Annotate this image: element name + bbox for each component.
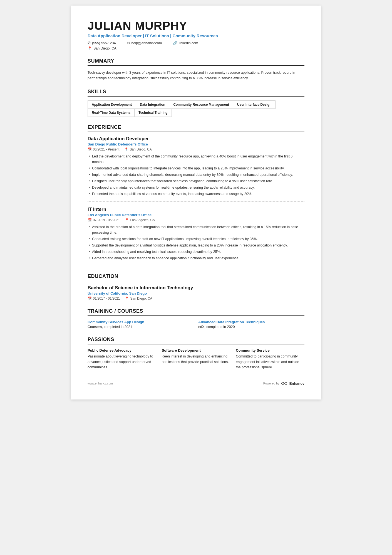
skills-grid: Application DevelopmentData IntegrationC…	[88, 100, 304, 117]
passion-title: Public Defense Advocacy	[88, 348, 156, 352]
passion-title: Software Development	[162, 348, 230, 352]
job-date-item: 📅 07/2019 - 05/2021	[88, 218, 120, 222]
calendar-icon: 📅	[88, 297, 92, 300]
location-icon2: 📍	[125, 297, 129, 300]
location-row: 📍 San Diego, CA	[88, 46, 304, 50]
bullet-item: Led the development and deployment of th…	[88, 154, 304, 165]
email-icon: ✉	[127, 41, 130, 45]
powered-by-label: Powered by	[263, 382, 279, 385]
job-block: Data Application Developer San Diego Pub…	[88, 136, 304, 202]
footer: www.enhancv.com Powered by Enhancv	[88, 381, 304, 386]
training-provider: Coursera, completed in 2021	[88, 325, 194, 329]
job-location: Los Angeles, CA	[130, 218, 155, 222]
edu-date: 01/2017 - 01/2021	[93, 297, 120, 300]
bullet-item: Conducted training sessions for staff on…	[88, 236, 304, 242]
experience-section: EXPERIENCE Data Application Developer Sa…	[88, 124, 304, 266]
jobs-container: Data Application Developer San Diego Pub…	[88, 136, 304, 266]
experience-title: EXPERIENCE	[88, 124, 304, 132]
candidate-name: JULIAN MURPHY	[88, 19, 304, 32]
bullet-item: Designed user-friendly app interfaces th…	[88, 178, 304, 184]
enhancv-logo: Enhancv	[281, 381, 304, 386]
passion-item: Public Defense Advocacy Passionate about…	[88, 348, 156, 370]
passions-title: PASSIONS	[88, 337, 304, 344]
training-item: Advanced Data Integration Techniques edX…	[198, 320, 304, 329]
bullet-item: Implemented advanced data-sharing channe…	[88, 172, 304, 177]
training-section: TRAINING / COURSES Community Services Ap…	[88, 308, 304, 329]
summary-title: SUMMARY	[88, 58, 304, 66]
bullet-item: Assisted in the creation of a data integ…	[88, 224, 304, 235]
edu-date-item: 📅 01/2017 - 01/2021	[88, 297, 120, 300]
email-value: help@enhancv.com	[131, 41, 162, 45]
passion-text: Passionate about leveraging technology t…	[88, 354, 156, 370]
job-title: IT Intern	[88, 207, 304, 212]
education-title: EDUCATION	[88, 273, 304, 281]
edu-meta: 📅 01/2017 - 01/2021 📍 San Diego, CA	[88, 297, 304, 300]
employer: San Diego Public Defender's Office	[88, 142, 304, 146]
bullet-item: Developed and maintained data systems fo…	[88, 185, 304, 190]
edu-location-item: 📍 San Diego, CA	[125, 297, 152, 300]
calendar-icon: 📅	[88, 218, 92, 222]
phone-item: ✆ (555) 555-1234	[88, 41, 116, 45]
skill-item: Real-Time Data Systems	[88, 108, 135, 117]
passion-title: Community Service	[236, 348, 304, 352]
summary-section: SUMMARY Tech-savvy developer with 3 year…	[88, 58, 304, 81]
skill-item: Application Development	[88, 100, 136, 109]
training-course-title: Advanced Data Integration Techniques	[198, 320, 304, 324]
edu-degree: Bachelor of Science in Information Techn…	[88, 285, 304, 291]
skills-title: SKILLS	[88, 89, 304, 97]
skill-item: Technical Training	[134, 108, 172, 117]
calendar-icon: 📅	[88, 147, 92, 151]
brand-name: Enhancv	[289, 381, 304, 386]
pin-icon: 📍	[124, 147, 128, 151]
training-item: Community Services App Design Coursera, …	[88, 320, 194, 329]
job-location-item: 📍 San Diego, CA	[124, 147, 152, 151]
training-course-title: Community Services App Design	[88, 320, 194, 324]
passions-grid: Public Defense Advocacy Passionate about…	[88, 348, 304, 370]
header: JULIAN MURPHY Data Application Developer…	[88, 19, 304, 50]
edu-location: San Diego, CA	[130, 297, 152, 300]
bullet-item: Aided in troubleshooting and resolving t…	[88, 249, 304, 255]
resume-page: JULIAN MURPHY Data Application Developer…	[71, 6, 321, 399]
bullet-list: Led the development and deployment of th…	[88, 154, 304, 197]
passions-section: PASSIONS Public Defense Advocacy Passion…	[88, 337, 304, 370]
bullet-item: Presented the app's capabilities at vari…	[88, 191, 304, 197]
bullet-item: Supported the development of a virtual h…	[88, 243, 304, 248]
footer-website: www.enhancv.com	[88, 382, 113, 385]
education-section: EDUCATION Bachelor of Science in Informa…	[88, 273, 304, 300]
job-date: 06/2021 - Present	[93, 147, 119, 151]
linkedin-item: 🔗 linkedin.com	[173, 41, 198, 45]
skill-item: Data Integration	[136, 100, 169, 109]
bullet-list: Assisted in the creation of a data integ…	[88, 224, 304, 261]
summary-text: Tech-savvy developer with 3 years of exp…	[88, 70, 304, 81]
edu-school: University of California, San Diego	[88, 291, 304, 295]
skills-section: SKILLS Application DevelopmentData Integ…	[88, 89, 304, 117]
skill-item: User Interface Design	[233, 100, 276, 109]
link-icon: 🔗	[173, 41, 177, 45]
job-date-item: 📅 06/2021 - Present	[88, 147, 119, 151]
candidate-title: Data Application Developer | IT Solution…	[88, 33, 304, 38]
training-provider: edX, completed in 2020	[198, 325, 304, 329]
linkedin-value: linkedin.com	[179, 41, 198, 45]
training-title: TRAINING / COURSES	[88, 308, 304, 316]
employer: Los Angeles Public Defender's Office	[88, 213, 304, 217]
job-block: IT Intern Los Angeles Public Defender's …	[88, 207, 304, 266]
bullet-item: Collaborated with local organizations to…	[88, 166, 304, 171]
contact-row: ✆ (555) 555-1234 ✉ help@enhancv.com 🔗 li…	[88, 41, 304, 45]
job-location: San Diego, CA	[130, 147, 152, 151]
job-title: Data Application Developer	[88, 136, 304, 142]
passion-text: Committed to participating in community …	[236, 354, 304, 370]
footer-brand: Powered by Enhancv	[263, 381, 304, 386]
passion-item: Community Service Committed to participa…	[236, 348, 304, 370]
job-meta: 📅 06/2021 - Present 📍 San Diego, CA	[88, 147, 304, 151]
pin-icon: 📍	[125, 218, 129, 222]
location-icon: 📍	[88, 46, 92, 50]
email-item: ✉ help@enhancv.com	[127, 41, 162, 45]
bullet-item: Gathered and analyzed user feedback to e…	[88, 255, 304, 261]
job-meta: 📅 07/2019 - 05/2021 📍 Los Angeles, CA	[88, 218, 304, 222]
job-date: 07/2019 - 05/2021	[93, 218, 120, 222]
passion-item: Software Development Keen interest in de…	[162, 348, 230, 370]
phone-icon: ✆	[88, 41, 91, 45]
location-value: San Diego, CA	[93, 46, 116, 50]
job-location-item: 📍 Los Angeles, CA	[125, 218, 155, 222]
passion-text: Keen interest in developing and enhancin…	[162, 354, 230, 365]
